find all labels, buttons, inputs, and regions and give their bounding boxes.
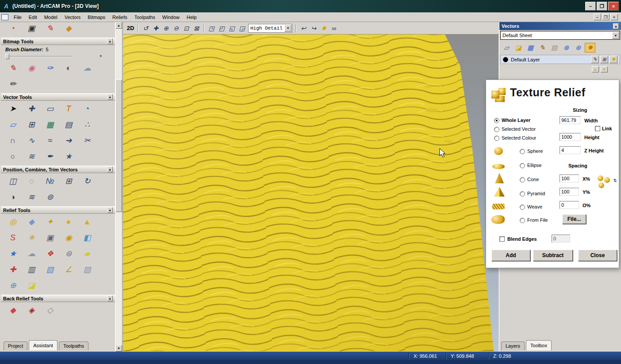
layer-edit-icon[interactable]: ✎ bbox=[591, 56, 599, 63]
detail-level-dropdown[interactable]: High Detail ▼ bbox=[248, 24, 292, 33]
save-icon[interactable]: ▦ bbox=[525, 43, 536, 53]
zoom-fit-icon[interactable]: ⊠ bbox=[192, 23, 201, 33]
menu-reliefs[interactable]: Reliefs bbox=[109, 13, 131, 21]
shape-editor-icon[interactable]: ◆ bbox=[26, 216, 37, 228]
select-tool-icon[interactable]: ➤ bbox=[7, 103, 19, 114]
texture-sphere-icon[interactable]: ⊛ bbox=[63, 248, 74, 259]
blend-edges-field[interactable]: 0 bbox=[552, 235, 570, 243]
spiral-tool-icon[interactable]: ⊚ bbox=[44, 191, 56, 203]
add-button[interactable]: Add bbox=[491, 250, 530, 261]
tab-assistant[interactable]: Assistant bbox=[29, 340, 58, 350]
texture-paint-icon[interactable]: ☁ bbox=[81, 62, 93, 74]
tab-toolpaths[interactable]: Toolpaths bbox=[59, 341, 88, 350]
column-relief-icon[interactable]: ▥ bbox=[26, 264, 37, 275]
star-relief-icon[interactable]: ★ bbox=[7, 248, 19, 259]
selected-vector-radio[interactable] bbox=[494, 127, 499, 132]
side-view-icon[interactable]: ◲ bbox=[237, 23, 247, 33]
distort-tool-icon[interactable]: ≋ bbox=[26, 191, 37, 203]
wrap-relief-icon[interactable]: ⊕ bbox=[7, 280, 19, 291]
merge-icon[interactable]: ⊗ bbox=[561, 43, 571, 53]
layer-visible-icon[interactable]: ✸ bbox=[610, 56, 617, 63]
subtract-button[interactable]: Subtract bbox=[533, 250, 573, 261]
fan-relief-icon[interactable]: ❖ bbox=[44, 248, 56, 259]
blend-edges-checkbox[interactable] bbox=[499, 236, 505, 242]
front-view-icon[interactable]: ◰ bbox=[217, 23, 226, 33]
zoom-out-icon[interactable]: ⊖ bbox=[171, 23, 181, 33]
width-field[interactable]: 961.79 bbox=[560, 116, 581, 124]
iso-form-icon[interactable]: ◧ bbox=[81, 232, 93, 243]
scroll-down-icon[interactable]: ▼ bbox=[115, 345, 122, 352]
rotate-view-icon[interactable]: ↺ bbox=[141, 23, 150, 33]
stack-relief-icon[interactable]: ▧ bbox=[44, 264, 56, 275]
clipboard-icon[interactable]: ▤ bbox=[549, 43, 560, 53]
invert-relief-icon[interactable]: ◈ bbox=[26, 304, 37, 316]
spacing-spinner-icon[interactable]: ⇅ bbox=[613, 178, 617, 183]
zoom-in-icon[interactable]: ⊕ bbox=[161, 23, 171, 33]
text-tool-icon[interactable]: T bbox=[63, 103, 74, 114]
drip-relief-icon[interactable]: ◉ bbox=[63, 232, 74, 243]
ellipse-radio[interactable] bbox=[520, 163, 525, 168]
mdi-restore-button[interactable]: ❐ bbox=[602, 14, 610, 20]
bitmap-image-icon[interactable]: ▣ bbox=[26, 23, 37, 34]
weave-radio[interactable] bbox=[520, 205, 525, 210]
layer-relief-icon[interactable]: ▨ bbox=[81, 264, 93, 275]
align-tool-icon[interactable]: ◫ bbox=[7, 175, 19, 187]
minimize-button[interactable]: – bbox=[585, 2, 596, 11]
pyramid-radio[interactable] bbox=[520, 191, 525, 197]
paint-vector-icon[interactable]: ✎ bbox=[537, 43, 548, 53]
two-rail-sweep-icon[interactable]: S bbox=[7, 232, 19, 243]
collapse-button[interactable]: ▲ bbox=[107, 207, 113, 213]
weave-relief-icon[interactable]: ✳ bbox=[26, 232, 37, 243]
toggle-2d-view-button[interactable]: 2D bbox=[126, 23, 135, 33]
block-array-icon[interactable]: ⊞ bbox=[63, 175, 74, 187]
layer-merge-icon[interactable]: ⊞ bbox=[600, 56, 608, 63]
wave-tool-icon[interactable]: ≋ bbox=[26, 151, 37, 162]
paint-selected-icon[interactable]: ✎ bbox=[44, 23, 56, 34]
transform-tool-icon[interactable]: ✚ bbox=[26, 103, 37, 114]
text-table-icon[interactable]: ▦ bbox=[44, 119, 56, 130]
zoom-window-icon[interactable]: ⊡ bbox=[181, 23, 191, 33]
collapse-button[interactable]: ▲ bbox=[107, 38, 113, 44]
y-spacing-field[interactable]: 100 bbox=[560, 188, 579, 196]
colour-picker-icon[interactable]: ✑ bbox=[44, 62, 56, 74]
chevron-down-icon[interactable]: ▼ bbox=[284, 25, 291, 32]
ellipse-tool-icon[interactable]: ○ bbox=[7, 151, 19, 162]
height-field[interactable]: 1000 bbox=[560, 133, 581, 141]
layer-down-icon[interactable]: ▼ bbox=[601, 66, 608, 72]
sculpt-smooth-icon[interactable]: ◔ bbox=[7, 23, 19, 34]
texture-relief-icon[interactable]: ◎ bbox=[7, 216, 19, 228]
redo-view-icon[interactable]: ↪ bbox=[309, 23, 318, 33]
rectangle-tool-icon[interactable]: ▭ bbox=[44, 103, 56, 114]
menu-vectors[interactable]: Vectors bbox=[61, 13, 84, 21]
menu-help[interactable]: Help bbox=[183, 13, 200, 21]
texture-flow-icon[interactable]: ◆ bbox=[63, 23, 74, 34]
stamp-relief-icon[interactable]: ▣ bbox=[44, 232, 56, 243]
chevron-down-icon[interactable]: ▼ bbox=[612, 32, 619, 39]
offset-relief-icon[interactable]: ▰ bbox=[81, 248, 93, 259]
document-icon[interactable] bbox=[1, 14, 8, 20]
palette-icon[interactable]: ◐ bbox=[63, 62, 74, 74]
angle-relief-icon[interactable]: ∠ bbox=[63, 264, 74, 275]
x-spacing-field[interactable]: 100 bbox=[560, 174, 579, 182]
extrude-relief-icon[interactable]: ▲ bbox=[81, 216, 93, 228]
link-checkbox[interactable] bbox=[595, 126, 600, 131]
open-file-icon[interactable]: ◪ bbox=[513, 43, 524, 53]
close-dialog-button[interactable]: Close bbox=[578, 250, 617, 261]
o-spacing-field[interactable]: 0 bbox=[560, 201, 579, 209]
toggle-visibility-icon[interactable]: ✸ bbox=[585, 43, 595, 53]
iso-view-icon[interactable]: ◳ bbox=[207, 23, 216, 33]
menu-bitmaps[interactable]: Bitmaps bbox=[84, 13, 109, 21]
dot-array-icon[interactable]: ∴ bbox=[81, 119, 93, 130]
measure-tool-icon[interactable]: ◔ bbox=[81, 103, 93, 114]
collapse-button[interactable]: ▲ bbox=[107, 296, 113, 301]
brush-diameter-slider[interactable]: ✦ bbox=[5, 53, 111, 60]
menu-edit[interactable]: Edit bbox=[25, 13, 41, 21]
cone-radio[interactable] bbox=[520, 177, 525, 182]
selected-colour-radio[interactable] bbox=[494, 136, 499, 141]
file-button[interactable]: File... bbox=[562, 214, 586, 224]
circular-array-icon[interactable]: ◌ bbox=[26, 175, 37, 187]
menu-file[interactable]: File bbox=[10, 13, 25, 21]
pan-view-icon[interactable]: ✚ bbox=[151, 23, 161, 33]
sculpt-relief-icon[interactable]: ✚ bbox=[7, 264, 19, 275]
spin-relief-icon[interactable]: ✦ bbox=[44, 216, 56, 228]
